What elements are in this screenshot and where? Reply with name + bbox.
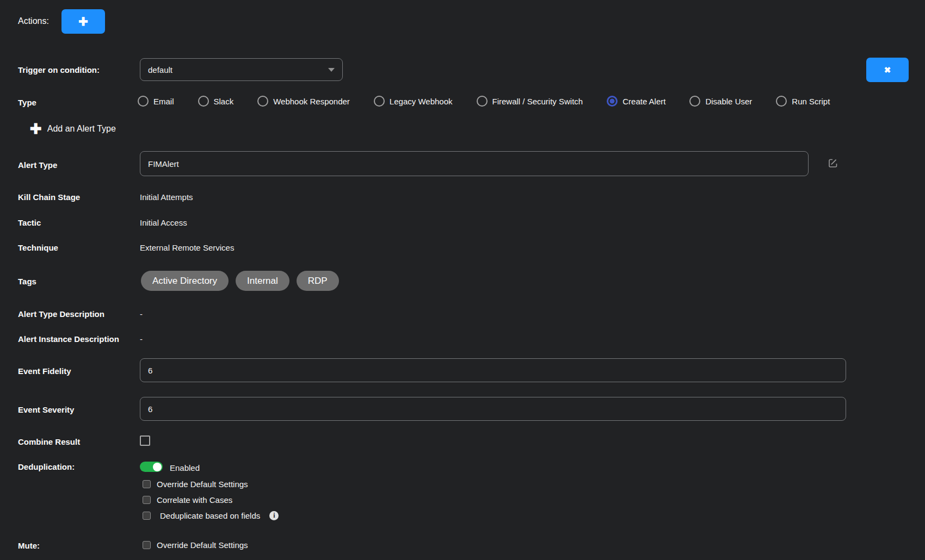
add-alert-type-label: Add an Alert Type xyxy=(47,124,116,134)
alert-instance-description-value: - xyxy=(140,334,143,344)
dedup-correlate-cases-row: Correlate with Cases xyxy=(143,495,232,505)
alert-type-description-value: - xyxy=(140,309,143,319)
radio-slack[interactable]: Slack xyxy=(198,96,234,107)
mute-override-row: Override Default Settings xyxy=(143,540,248,550)
dedup-based-on-fields-row: Deduplicate based on fields i xyxy=(143,511,279,520)
correlate-with-cases-checkbox[interactable] xyxy=(143,496,151,504)
technique-value: External Remote Services xyxy=(140,243,234,252)
radio-icon xyxy=(607,96,618,107)
plus-icon: ✚ xyxy=(78,16,88,27)
trigger-condition-select[interactable]: default xyxy=(140,58,343,81)
info-icon[interactable]: i xyxy=(269,511,279,520)
override-default-settings-checkbox[interactable] xyxy=(143,480,151,488)
toggle-knob xyxy=(153,463,162,471)
radio-disable-user[interactable]: Disable User xyxy=(689,96,752,107)
add-action-button[interactable]: ✚ xyxy=(61,9,105,34)
radio-icon xyxy=(689,96,700,107)
event-fidelity-label: Event Fidelity xyxy=(18,366,71,376)
radio-icon xyxy=(477,96,488,107)
tag-pill: RDP xyxy=(297,271,339,291)
kill-chain-stage-value: Initial Attempts xyxy=(140,192,193,202)
deduplicate-based-on-fields-checkbox[interactable] xyxy=(143,512,151,520)
tag-pill: Internal xyxy=(236,271,289,291)
kill-chain-stage-label: Kill Chain Stage xyxy=(18,192,80,202)
deduplication-toggle[interactable] xyxy=(140,462,163,472)
chevron-down-icon xyxy=(328,68,335,72)
alert-instance-description-label: Alert Instance Description xyxy=(18,334,119,344)
actions-label: Actions: xyxy=(18,16,49,26)
remove-action-button[interactable]: ✖ xyxy=(866,58,909,82)
alert-type-label: Alert Type xyxy=(18,160,57,170)
tag-pill: Active Directory xyxy=(141,271,229,291)
edit-icon[interactable] xyxy=(828,158,838,169)
deduplication-status: Enabled xyxy=(170,463,200,472)
event-severity-label: Event Severity xyxy=(18,405,74,414)
trigger-condition-label: Trigger on condition: xyxy=(18,65,100,74)
mute-override-checkbox[interactable] xyxy=(143,541,151,549)
radio-webhook-responder[interactable]: Webhook Responder xyxy=(257,96,350,107)
action-type-radio-group: Email Slack Webhook Responder Legacy Web… xyxy=(138,96,830,107)
tags-label: Tags xyxy=(18,277,36,286)
tactic-label: Tactic xyxy=(18,218,41,227)
alert-type-description-label: Alert Type Description xyxy=(18,309,104,319)
event-fidelity-input[interactable] xyxy=(140,358,846,382)
tags-list: Active Directory Internal RDP xyxy=(141,271,339,291)
radio-icon xyxy=(374,96,385,107)
radio-firewall-security-switch[interactable]: Firewall / Security Switch xyxy=(477,96,583,107)
action-config-panel: Actions: ✚ Trigger on condition: default… xyxy=(0,0,925,560)
add-alert-type-button[interactable]: ✚ Add an Alert Type xyxy=(30,122,116,136)
alert-type-input[interactable] xyxy=(140,151,809,176)
tactic-value: Initial Access xyxy=(140,218,187,227)
radio-icon xyxy=(776,96,787,107)
radio-icon xyxy=(198,96,209,107)
type-label: Type xyxy=(18,98,36,107)
deduplication-label: Deduplication: xyxy=(18,462,75,471)
plus-icon: ✚ xyxy=(30,122,42,136)
mute-label: Mute: xyxy=(18,541,40,550)
radio-run-script[interactable]: Run Script xyxy=(776,96,830,107)
combine-result-checkbox[interactable] xyxy=(140,435,150,446)
event-severity-input[interactable] xyxy=(140,397,846,421)
radio-icon xyxy=(138,96,149,107)
radio-email[interactable]: Email xyxy=(138,96,174,107)
radio-create-alert[interactable]: Create Alert xyxy=(607,96,665,107)
radio-icon xyxy=(257,96,268,107)
close-icon: ✖ xyxy=(884,65,891,75)
dedup-override-default-row: Override Default Settings xyxy=(143,480,248,489)
trigger-condition-value: default xyxy=(148,65,172,74)
combine-result-label: Combine Result xyxy=(18,437,80,446)
radio-legacy-webhook[interactable]: Legacy Webhook xyxy=(374,96,453,107)
technique-label: Technique xyxy=(18,243,58,252)
